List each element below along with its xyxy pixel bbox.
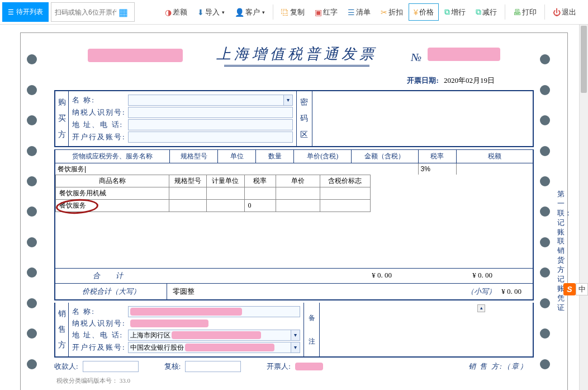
search-box[interactable]: ▦ [51, 2, 135, 22]
redacted-issuer [295, 363, 323, 370]
total-tax: ¥ 0. 00 [432, 269, 533, 283]
dropdown-icon[interactable]: ▾ [291, 342, 300, 353]
col-price: 单价(含税) [294, 150, 351, 163]
password-section-label: 密码区 [296, 91, 312, 146]
import-button[interactable]: ⬇导入▾ [193, 0, 229, 24]
discount-label: 折扣 [388, 7, 403, 17]
item-rate-input[interactable] [419, 163, 456, 175]
date-value: 2020年02月19日 [444, 76, 495, 84]
sub-col-price: 单价 [276, 175, 320, 187]
buyer-section-label: 购买方 [55, 91, 69, 146]
item-tax-input[interactable] [457, 163, 533, 175]
scrollbar-thumb[interactable] [581, 26, 587, 93]
sub-col-flag: 含税价标志 [320, 175, 370, 187]
diff-button[interactable]: ◑差额 [160, 0, 192, 24]
vertical-scrollbar[interactable] [579, 25, 588, 390]
redacted-seller-name [130, 308, 242, 316]
buyer-addr-label: 地 址、电 话: [72, 120, 128, 130]
add-icon: ⧉ [444, 7, 450, 17]
buyer-bank-input[interactable] [128, 131, 293, 143]
remark-area[interactable]: ▴ [319, 303, 487, 356]
print-button[interactable]: 🖶打印 [509, 0, 541, 24]
date-label: 开票日期: [407, 76, 438, 84]
invoice-paper: 第一联：记账联 销货方记账凭证 上海增值税普通发票 № 开票日期: 2020年0… [20, 32, 568, 390]
redacted-seller-taxid [130, 319, 208, 327]
diff-label: 差额 [173, 7, 187, 17]
seller-addr-input[interactable]: 上海市闵行区 [128, 330, 291, 341]
lookup-row[interactable]: 餐饮服务0 [56, 200, 371, 212]
list-icon: ☰ [8, 8, 14, 16]
seller-section-label: 销售方 [55, 303, 69, 356]
cap-small-label: （小写） [461, 284, 501, 299]
seller-bank-input[interactable]: 中国农业银行股份 [128, 342, 291, 353]
seller-name-input[interactable] [128, 306, 300, 317]
cap-label: 价税合计（大写） [55, 284, 167, 299]
total-label: 合 计 [55, 269, 167, 283]
ime-indicator[interactable]: S 中 [563, 283, 588, 295]
import-icon: ⬇ [197, 8, 204, 17]
seller-name-label: 名 称: [72, 307, 128, 317]
import-label: 导入 [205, 7, 220, 17]
buyer-name-label: 名 称: [72, 95, 128, 105]
sub-col-unit: 计量单位 [207, 175, 245, 187]
reviewer-label: 复核: [164, 361, 181, 372]
copy-button[interactable]: ⿻复制 [277, 0, 309, 24]
item-name-input[interactable] [55, 163, 418, 175]
chevron-down-icon: ▾ [262, 10, 265, 15]
customer-button[interactable]: 👤客户▾ [230, 0, 269, 24]
cap-small-value: ¥ 0. 00 [501, 284, 533, 299]
buyer-addr-input[interactable] [128, 119, 293, 130]
add-row-label: 增行 [451, 7, 466, 17]
col-amount: 金额（含税） [351, 150, 418, 163]
discount-icon: ✂ [381, 8, 387, 17]
seller-bank-label: 开户行及账号: [72, 342, 128, 353]
discount-button[interactable]: ✂折扣 [376, 0, 407, 24]
seller-addr-label: 地 址、电 话: [72, 330, 128, 340]
sub-col-name: 商品名称 [56, 175, 169, 187]
price-icon: ¥ [414, 8, 418, 17]
del-icon: ⧉ [476, 7, 481, 17]
search-input[interactable] [55, 8, 116, 16]
customer-icon: 👤 [235, 8, 244, 17]
add-row-button[interactable]: ⧉增行 [440, 0, 470, 24]
del-row-button[interactable]: ⧉减行 [471, 0, 501, 24]
red-button[interactable]: ▣红字 [310, 0, 342, 24]
circled-item: 餐饮服务 [59, 201, 86, 210]
buyer-taxid-label: 纳税人识别号: [72, 107, 128, 118]
col-tax: 税额 [456, 150, 533, 163]
buyer-bank-label: 开户行及账号: [72, 132, 128, 142]
chevron-down-icon: ▾ [222, 10, 225, 15]
stamp-label: 销 售 方:（章） [468, 361, 528, 372]
qrcode-icon[interactable]: ▦ [116, 6, 130, 18]
col-spec: 规格型号 [170, 150, 217, 163]
dropdown-icon[interactable]: ▾ [284, 95, 293, 106]
scroll-up-icon[interactable]: ▴ [477, 304, 485, 312]
price-button[interactable]: ¥价格 [409, 3, 439, 21]
buyer-name-input[interactable] [128, 95, 284, 106]
redacted-no [428, 48, 500, 61]
payee-input[interactable] [83, 361, 139, 372]
seller-taxid-label: 纳税人识别号: [72, 318, 128, 328]
print-label: 打印 [522, 7, 537, 17]
total-amount: ¥ 0. 00 [331, 269, 432, 283]
dropdown-icon[interactable]: ▾ [291, 330, 300, 341]
version-label: 税收分类编码版本号： [56, 377, 118, 384]
invoice-title: 上海增值税普通发票 [183, 44, 411, 64]
buyer-taxid-input[interactable] [128, 107, 293, 118]
red-label: 红字 [323, 7, 338, 17]
exit-button[interactable]: ⏻退出 [548, 0, 581, 24]
col-name: 货物或应税劳务、服务名称 [55, 150, 170, 163]
red-icon: ▣ [315, 8, 322, 17]
issuer-label: 开票人: [267, 361, 291, 372]
col-unit: 单位 [217, 150, 255, 163]
sub-col-rate: 税率 [244, 175, 276, 187]
ime-mode: 中 [576, 283, 588, 295]
exit-label: 退出 [562, 7, 576, 17]
exit-icon: ⏻ [553, 8, 561, 17]
reviewer-input[interactable] [185, 361, 241, 372]
sub-col-spec: 规格型号 [169, 175, 207, 187]
lookup-row[interactable]: 餐饮服务用机械 [56, 187, 371, 200]
list-button[interactable]: ☰清单 [343, 0, 375, 24]
sprocket-holes-right [534, 33, 556, 390]
pending-list-button[interactable]: ☰ 待开列表 [2, 2, 49, 22]
